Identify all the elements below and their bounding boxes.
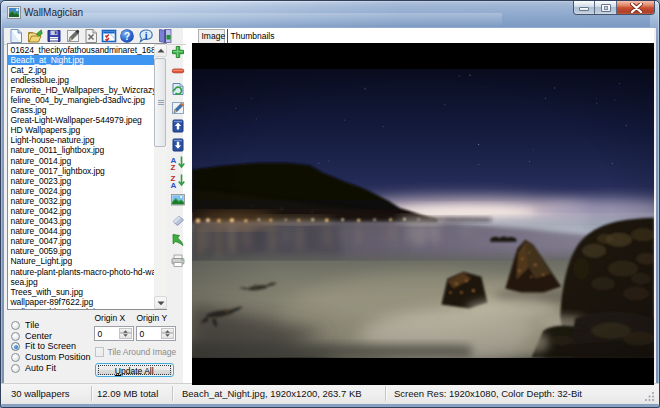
- svg-text:?: ?: [124, 30, 130, 41]
- svg-text:i: i: [145, 29, 148, 40]
- svg-text:A: A: [170, 181, 176, 189]
- svg-text:Z: Z: [170, 163, 175, 171]
